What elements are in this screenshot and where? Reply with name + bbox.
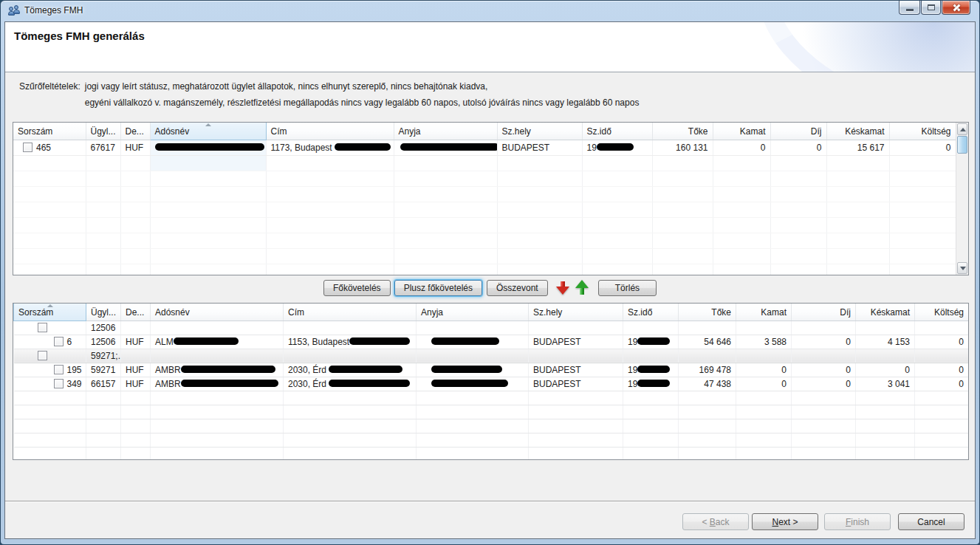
col-header-anyja[interactable]: Anyja: [417, 304, 529, 321]
page-title: Tömeges FMH generálás: [14, 30, 145, 42]
maximize-icon: [928, 4, 935, 10]
col-header-cim[interactable]: Cím: [266, 123, 394, 140]
filter-criteria: Szűrőfeltételek: jogi vagy leírt státusz…: [19, 78, 639, 111]
col-header-dij[interactable]: Díj: [770, 123, 826, 140]
row-checkbox[interactable]: [23, 143, 32, 152]
group-checkbox[interactable]: [38, 323, 47, 332]
col-header-szhely[interactable]: Sz.hely: [497, 123, 582, 140]
col-header-toke[interactable]: Tőke: [679, 304, 736, 321]
arrow-up-icon: [960, 128, 966, 131]
sort-asc-icon: [205, 123, 211, 126]
top-header-row: Sorszám Ügyl... De... Adósnév Cím Anyja …: [13, 123, 956, 140]
osszevont-button[interactable]: Összevont: [487, 280, 548, 296]
filler-row: [13, 186, 956, 202]
minimize-button[interactable]: [899, 1, 920, 15]
redaction-bar: [431, 337, 499, 345]
action-bar: Főkövetelés Plusz főkövetelés Összevont …: [5, 279, 975, 297]
close-button[interactable]: [942, 1, 970, 15]
filler-row: [13, 248, 956, 264]
col-header-keskamat[interactable]: Késkamat: [826, 123, 889, 140]
redaction-bar: [597, 143, 634, 151]
finish-button[interactable]: Finish: [824, 513, 891, 530]
redaction-bar: [335, 143, 391, 151]
col-header-szido[interactable]: Sz.idő: [582, 123, 652, 140]
col-header-adosnev[interactable]: Adósnév: [151, 304, 284, 321]
redaction-bar: [431, 380, 508, 387]
fokoveteles-button[interactable]: Főkövetelés: [323, 280, 391, 296]
row-checkbox[interactable]: [54, 379, 64, 388]
row-checkbox[interactable]: [54, 337, 64, 346]
col-header-keskamat[interactable]: Késkamat: [856, 304, 915, 321]
redaction-bar: [637, 337, 670, 345]
redaction-bar: [431, 366, 502, 373]
col-header-szido[interactable]: Sz.idő: [623, 304, 679, 321]
col-header-toke[interactable]: Tőke: [652, 123, 713, 140]
plusz-fokoveteles-button[interactable]: Plusz főkövetelés: [394, 280, 482, 296]
redaction-bar: [637, 366, 670, 373]
col-header-cim[interactable]: Cím: [284, 304, 417, 321]
redaction-bar: [329, 366, 402, 373]
col-header-dij[interactable]: Díj: [792, 304, 856, 321]
scroll-down-button[interactable]: [957, 262, 967, 274]
col-header-ugyl[interactable]: Ügyl...: [86, 123, 120, 140]
green-up-arrow-icon: [575, 280, 589, 288]
redaction-bar: [155, 143, 264, 151]
window: Tömeges FMH Tömeges FMH generálás Szűrőf…: [0, 0, 980, 545]
filler-row: [14, 433, 969, 447]
col-header-sorszam[interactable]: Sorszám: [14, 304, 86, 321]
col-header-koltseg[interactable]: Költség: [889, 123, 956, 140]
group-checkbox[interactable]: [38, 351, 47, 360]
col-header-sorszam[interactable]: Sorszám: [13, 123, 86, 140]
table-row[interactable]: 195 59271 HUF AMBR 2030, Érd BUDAPEST 19…: [14, 363, 969, 377]
filler-row: [14, 419, 969, 433]
table-row[interactable]: 465 67617 HUF 1173, Budapest BUDAPEST 19…: [13, 140, 956, 155]
filler-row: [13, 155, 956, 171]
redaction-bar: [174, 337, 239, 345]
bottom-header-row: Sorszám Ügyl... De... Adósnév Cím Anyja …: [14, 304, 969, 321]
move-down-button[interactable]: [555, 280, 570, 296]
filler-row: [13, 233, 956, 248]
table-row[interactable]: 6 12506 HUF ALM 1153, Budapest BUDAPEST …: [14, 335, 969, 349]
sort-asc-icon: [47, 304, 53, 307]
group-row[interactable]: 59271;...: [14, 349, 969, 363]
col-header-de[interactable]: De...: [121, 304, 151, 321]
filler-row: [14, 391, 969, 405]
col-header-koltseg[interactable]: Költség: [915, 304, 969, 321]
maximize-button[interactable]: [921, 1, 941, 15]
group-row[interactable]: 12506: [14, 321, 969, 335]
col-header-adosnev[interactable]: Adósnév: [150, 123, 266, 140]
cancel-button[interactable]: Cancel: [898, 513, 964, 530]
filter-line-1: jogi vagy leírt státusz, meghatározott ü…: [85, 78, 640, 95]
filter-line-2: egyéni vállalkozó v. magánszemély, részl…: [85, 95, 640, 111]
titlebar[interactable]: Tömeges FMH: [1, 1, 979, 21]
redaction-bar: [400, 143, 498, 151]
arrow-down-icon: [960, 267, 966, 270]
scrollbar-thumb[interactable]: [957, 136, 967, 154]
next-button[interactable]: Next >: [752, 513, 818, 530]
dialog-client-area: Tömeges FMH generálás Szűrőfeltételek: j…: [4, 21, 976, 539]
table-row[interactable]: 349 66157 HUF AMBR 2030, Érd BUDAPEST 19…: [14, 377, 969, 391]
redaction-bar: [181, 380, 278, 387]
scroll-up-button[interactable]: [957, 123, 967, 135]
col-header-ugyl[interactable]: Ügyl...: [86, 304, 121, 321]
wizard-footer: < Back Next > Finish Cancel: [5, 502, 975, 538]
col-header-anyja[interactable]: Anyja: [394, 123, 497, 140]
candidates-table: Sorszám Ügyl... De... Adósnév Cím Anyja …: [13, 122, 969, 275]
row-checkbox[interactable]: [54, 365, 64, 374]
back-button[interactable]: < Back: [682, 513, 749, 530]
torles-button[interactable]: Törlés: [598, 280, 657, 296]
col-header-kamat[interactable]: Kamat: [736, 304, 792, 321]
filler-row: [14, 447, 969, 460]
col-header-de[interactable]: De...: [120, 123, 150, 140]
redaction-bar: [181, 366, 275, 373]
close-icon: [953, 4, 961, 12]
redaction-bar: [637, 380, 670, 387]
filler-row: [13, 217, 956, 233]
people-app-icon: [8, 5, 20, 17]
vertical-scrollbar[interactable]: [956, 123, 968, 275]
window-title: Tömeges FMH: [24, 5, 83, 16]
col-header-szhely[interactable]: Sz.hely: [529, 304, 623, 321]
move-up-button[interactable]: [575, 280, 589, 296]
col-header-kamat[interactable]: Kamat: [713, 123, 770, 140]
filler-row: [13, 171, 956, 186]
